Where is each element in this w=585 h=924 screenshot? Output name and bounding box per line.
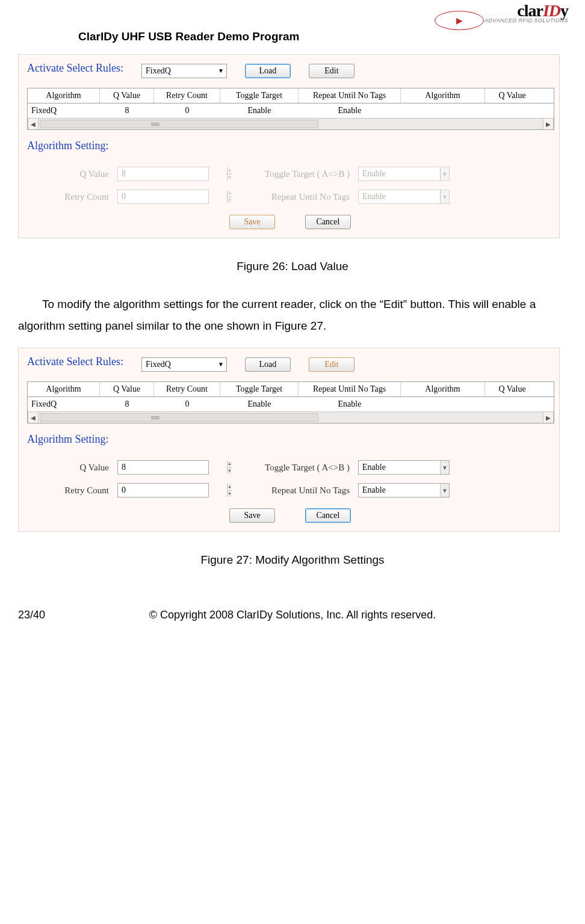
rules-combo[interactable]: FixedQ ▼ <box>141 64 227 78</box>
spin-down-icon: ▼ <box>228 197 232 204</box>
retry-count-input[interactable] <box>118 484 227 497</box>
repeat-combo[interactable]: Enable▼ <box>358 483 450 497</box>
cancel-button[interactable]: Cancel <box>305 215 351 229</box>
chevron-down-icon: ▼ <box>218 67 224 74</box>
retry-count-label: Retry Count <box>27 485 117 496</box>
table-row[interactable]: FixedQ80EnableEnable <box>28 103 554 118</box>
q-value-input <box>118 167 227 180</box>
q-value-input[interactable] <box>118 461 227 474</box>
repeat-label: Repeat Until No Tags <box>256 192 358 202</box>
scroll-right-icon[interactable]: ▶ <box>543 119 554 129</box>
algorithm-table: AlgorithmQ ValueRetry CountToggle Target… <box>27 381 554 424</box>
edit-button[interactable]: Edit <box>309 64 354 78</box>
table-header-row: AlgorithmQ ValueRetry CountToggle Target… <box>28 88 554 103</box>
scroll-left-icon[interactable]: ◀ <box>28 412 39 423</box>
retry-count-spinner[interactable]: ▲▼ <box>117 483 209 497</box>
scroll-left-icon[interactable]: ◀ <box>28 119 39 129</box>
chevron-down-icon: ▼ <box>440 484 449 497</box>
algorithm-setting-label: Algorithm Setting: <box>27 433 553 446</box>
q-value-label: Q Value <box>27 169 117 179</box>
scroll-right-icon[interactable]: ▶ <box>543 412 554 423</box>
chevron-down-icon: ▼ <box>440 461 449 474</box>
rules-combo-value: FixedQ <box>146 66 171 76</box>
spin-up-icon[interactable]: ▲ <box>228 461 232 468</box>
retry-count-input <box>118 190 227 203</box>
q-value-label: Q Value <box>27 463 117 473</box>
table-row[interactable]: FixedQ80EnableEnable <box>28 397 554 411</box>
brand-logo: ▶ clarIDy ADVANCED RFID SOLUTIONS <box>484 2 568 23</box>
save-button[interactable]: Save <box>229 508 275 523</box>
load-button[interactable]: Load <box>245 357 291 372</box>
page-number: 23/40 <box>18 609 45 621</box>
spin-up-icon[interactable]: ▲ <box>228 484 232 491</box>
repeat-label: Repeat Until No Tags <box>256 485 358 496</box>
table-header-row: AlgorithmQ ValueRetry CountToggle Target… <box>28 382 554 397</box>
algorithm-table: AlgorithmQ ValueRetry CountToggle Target… <box>27 88 554 130</box>
body-paragraph: To modify the algorithm settings for the… <box>18 294 567 337</box>
toggle-target-combo[interactable]: Enable▼ <box>358 460 450 475</box>
chevron-down-icon: ▼ <box>440 190 449 203</box>
spin-down-icon: ▼ <box>228 174 232 181</box>
screenshot-panel-1: Activate Select Rules: FixedQ ▼ Load Edi… <box>18 54 560 238</box>
save-button[interactable]: Save <box>229 215 275 229</box>
algorithm-setting-label: Algorithm Setting: <box>27 140 553 152</box>
q-value-spinner: ▲▼ <box>117 167 209 181</box>
document-title: ClarIDy UHF USB Reader Demo Program <box>18 12 299 43</box>
figure-27-caption: Figure 27: Modify Algorithm Settings <box>18 553 567 567</box>
activate-select-rules-label: Activate Select Rules: <box>27 62 123 75</box>
rules-combo-value: FixedQ <box>146 360 171 369</box>
horizontal-scrollbar[interactable]: ◀ ▶ <box>28 411 554 423</box>
toggle-target-combo: Enable▼ <box>358 167 450 181</box>
chevron-down-icon: ▼ <box>218 361 224 368</box>
rules-combo[interactable]: FixedQ ▼ <box>141 357 227 372</box>
load-button[interactable]: Load <box>245 64 291 78</box>
retry-count-label: Retry Count <box>27 192 117 202</box>
algorithm-setting-form: Q Value ▲▼ Toggle Target ( A<>B ) Enable… <box>27 460 553 497</box>
q-value-spinner[interactable]: ▲▼ <box>117 460 209 475</box>
activate-select-rules-label: Activate Select Rules: <box>27 356 123 368</box>
spin-up-icon: ▲ <box>228 167 232 174</box>
screenshot-panel-2: Activate Select Rules: FixedQ ▼ Load Edi… <box>18 348 560 532</box>
edit-button[interactable]: Edit <box>309 357 354 372</box>
repeat-combo: Enable▼ <box>358 189 450 204</box>
chevron-down-icon: ▼ <box>440 167 449 180</box>
page-footer: 23/40 © Copyright 2008 ClarIDy Solutions… <box>18 609 567 621</box>
figure-26-caption: Figure 26: Load Value <box>18 260 567 273</box>
spin-down-icon[interactable]: ▼ <box>228 468 232 475</box>
cancel-button[interactable]: Cancel <box>305 508 351 523</box>
copyright-text: © Copyright 2008 ClarIDy Solutions, Inc.… <box>18 609 567 621</box>
arrow-icon: ▶ <box>456 16 463 25</box>
logo-oval-icon: ▶ <box>435 11 484 30</box>
retry-count-spinner: ▲▼ <box>117 189 209 204</box>
spin-up-icon: ▲ <box>228 190 232 197</box>
toggle-target-label: Toggle Target ( A<>B ) <box>256 463 358 473</box>
horizontal-scrollbar[interactable]: ◀ ▶ <box>28 118 554 129</box>
algorithm-setting-form: Q Value ▲▼ Toggle Target ( A<>B ) Enable… <box>27 167 553 204</box>
toggle-target-label: Toggle Target ( A<>B ) <box>256 169 358 179</box>
spin-down-icon[interactable]: ▼ <box>228 491 232 497</box>
